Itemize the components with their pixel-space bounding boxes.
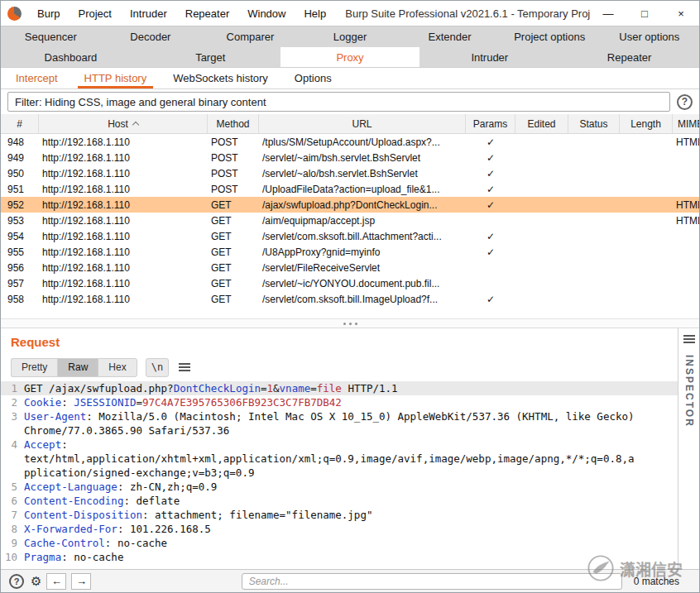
table-row[interactable]: 954http://192.168.1.110GET/servlet/com.s… xyxy=(1,228,699,244)
cell-method: POST xyxy=(208,168,259,179)
editor-tab-raw[interactable]: Raw xyxy=(57,358,98,377)
request-header: Request xyxy=(1,328,678,355)
column-label: Params xyxy=(473,118,507,130)
column-header-length[interactable]: Length xyxy=(620,114,673,133)
subtab-websockets-history[interactable]: WebSockets history xyxy=(160,68,281,88)
tab-proxy[interactable]: Proxy xyxy=(280,47,420,67)
line-number: 7 xyxy=(1,508,24,522)
column-header-status[interactable]: Status xyxy=(568,114,620,133)
filter-box[interactable]: Filter: Hiding CSS, image and general bi… xyxy=(7,92,670,112)
cell-method: GET xyxy=(208,199,259,211)
search-forward-button[interactable]: → xyxy=(71,573,91,590)
column-label: # xyxy=(17,118,22,130)
tab-dashboard[interactable]: Dashboard xyxy=(1,47,141,67)
subtab-intercept[interactable]: Intercept xyxy=(2,68,71,88)
column-header-params[interactable]: Params xyxy=(466,114,515,133)
panel-splitter[interactable] xyxy=(1,318,699,328)
help-icon[interactable]: ? xyxy=(677,94,693,110)
tab-target[interactable]: Target xyxy=(141,47,280,67)
line-content: Cookie: JSESSIONID=97C4A7E395765306FB923… xyxy=(24,395,678,409)
request-editor[interactable]: 1GET /ajax/swfupload.php?DontCheckLogin=… xyxy=(1,380,678,569)
request-line: 5Accept-Language: zh-CN,zh;q=0.9 xyxy=(1,480,678,494)
inspector-label[interactable]: INSPECTOR xyxy=(683,355,695,428)
menu-help[interactable]: Help xyxy=(295,1,335,26)
cell-host: http://192.168.1.110 xyxy=(39,199,208,211)
cell-num: 949 xyxy=(1,152,39,164)
table-row[interactable]: 958http://192.168.1.110GET/servlet/com.s… xyxy=(1,291,699,307)
cell-host: http://192.168.1.110 xyxy=(39,294,208,305)
table-row[interactable]: 955http://192.168.1.110GET/U8AppProxy?gn… xyxy=(1,244,699,260)
history-table-body: 948http://192.168.1.110POST/tplus/SM/Set… xyxy=(1,134,699,318)
table-row[interactable]: 949http://192.168.1.110POST/servlet/~aim… xyxy=(1,150,699,165)
menu-intruder[interactable]: Intruder xyxy=(121,1,176,26)
cell-url: /tplus/SM/SetupAccount/Upload.aspx?... xyxy=(259,136,466,148)
line-content: Cache-Control: no-cache xyxy=(24,536,678,550)
cell-method: GET xyxy=(208,294,259,305)
statusbar-help-icon[interactable]: ? xyxy=(9,574,24,589)
settings-gear-icon[interactable]: ⚙ xyxy=(31,574,41,589)
cell-method: GET xyxy=(208,278,259,289)
table-row[interactable]: 950http://192.168.1.110POST/servlet/~alo… xyxy=(1,165,699,181)
column-header-edited[interactable]: Edited xyxy=(515,114,568,133)
tab-logger[interactable]: Logger xyxy=(300,26,400,47)
cell-method: GET xyxy=(208,246,259,258)
menu-window[interactable]: Window xyxy=(238,1,295,26)
close-button[interactable]: × xyxy=(663,1,699,26)
main-tabs-row-1: SequencerDecoderComparerLoggerExtenderPr… xyxy=(1,26,699,47)
column-header-mime[interactable]: MIME xyxy=(673,114,699,133)
editor-tab-pretty[interactable]: Pretty xyxy=(11,358,57,377)
maximize-button[interactable]: □ xyxy=(626,1,663,26)
tab-project-options[interactable]: Project options xyxy=(500,26,600,47)
menu-project[interactable]: Project xyxy=(69,1,120,26)
cell-params: ✓ xyxy=(466,168,515,179)
tab-decoder[interactable]: Decoder xyxy=(101,26,201,47)
minimize-button[interactable]: — xyxy=(590,1,626,26)
line-number: 4 xyxy=(1,438,24,480)
cell-host: http://192.168.1.110 xyxy=(39,278,208,289)
cell-url: /U8AppProxy?gnid=myinfo xyxy=(259,246,466,258)
table-row[interactable]: 957http://192.168.1.110GET/servlet/~ic/Y… xyxy=(1,275,699,291)
newline-toggle-button[interactable]: \n xyxy=(146,358,169,377)
editor-menu-icon[interactable] xyxy=(179,363,190,371)
column-header-method[interactable]: Method xyxy=(208,114,259,133)
subtab-options[interactable]: Options xyxy=(281,68,345,88)
cell-host: http://192.168.1.110 xyxy=(39,231,208,242)
search-back-button[interactable]: ← xyxy=(46,573,66,590)
line-content: GET /ajax/swfupload.php?DontCheckLogin=1… xyxy=(24,381,678,395)
status-bar: ? ⚙ ← → 0 matches xyxy=(1,569,699,592)
burp-app-icon xyxy=(7,7,22,21)
cell-num: 953 xyxy=(1,215,39,227)
table-row[interactable]: 948http://192.168.1.110POST/tplus/SM/Set… xyxy=(1,134,699,150)
table-row[interactable]: 956http://192.168.1.110GET/servlet/FileR… xyxy=(1,260,699,275)
tab-user-options[interactable]: User options xyxy=(599,26,699,47)
cell-url: /servlet/~alo/bsh.servlet.BshServlet xyxy=(259,168,466,179)
search-input[interactable] xyxy=(242,573,622,590)
tab-intruder[interactable]: Intruder xyxy=(420,47,559,67)
inspector-menu-icon[interactable] xyxy=(683,335,695,343)
column-header-host[interactable]: Host xyxy=(39,114,208,133)
column-header-[interactable]: # xyxy=(1,114,39,133)
line-number: 8 xyxy=(1,522,24,536)
cell-method: GET xyxy=(208,231,259,242)
editor-tab-hex[interactable]: Hex xyxy=(98,358,137,377)
column-header-url[interactable]: URL xyxy=(259,114,466,133)
titlebar: BurpProjectIntruderRepeaterWindowHelp Bu… xyxy=(1,1,699,26)
tab-comparer[interactable]: Comparer xyxy=(200,26,300,47)
cell-method: POST xyxy=(208,136,259,148)
table-row[interactable]: 952http://192.168.1.110GET/ajax/swfuploa… xyxy=(1,197,699,213)
cell-params: ✓ xyxy=(466,294,515,305)
tab-extender[interactable]: Extender xyxy=(400,26,500,47)
subtab-http-history[interactable]: HTTP history xyxy=(71,68,161,88)
line-content: Accept-Language: zh-CN,zh;q=0.9 xyxy=(24,480,678,494)
tab-repeater[interactable]: Repeater xyxy=(559,47,699,67)
table-row[interactable]: 951http://192.168.1.110POST/UploadFileDa… xyxy=(1,181,699,197)
request-line: 3User-Agent: Mozilla/5.0 (Macintosh; Int… xyxy=(1,409,678,438)
cell-url: /servlet/com.sksoft.bill.ImageUpload?f..… xyxy=(259,294,466,305)
cell-method: POST xyxy=(208,152,259,164)
tab-sequencer[interactable]: Sequencer xyxy=(1,26,101,47)
filter-bar: Filter: Hiding CSS, image and general bi… xyxy=(1,89,699,114)
table-row[interactable]: 953http://192.168.1.110GET/aim/equipmap/… xyxy=(1,213,699,228)
menu-burp[interactable]: Burp xyxy=(28,1,69,26)
cell-num: 958 xyxy=(1,294,39,305)
menu-repeater[interactable]: Repeater xyxy=(176,1,238,26)
